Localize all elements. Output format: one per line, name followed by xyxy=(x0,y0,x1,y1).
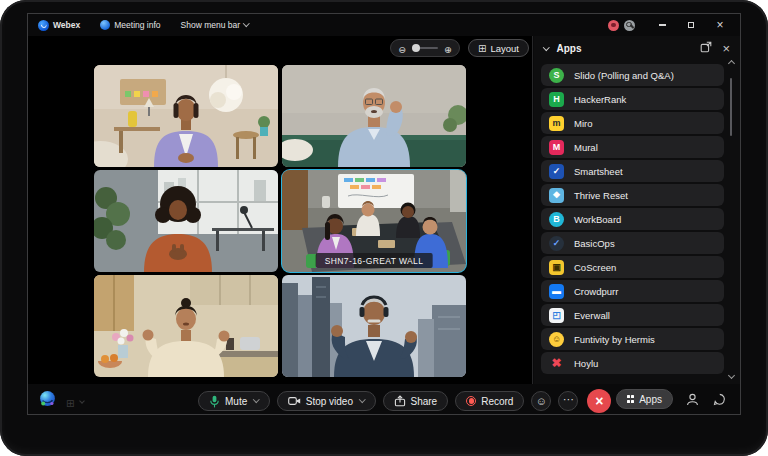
layout-button-label: Layout xyxy=(490,43,519,54)
close-window-button[interactable] xyxy=(708,14,732,36)
control-bar: Mute Stop video Share Record xyxy=(28,384,740,414)
titlebar-left: Webex Meeting info Show menu bar xyxy=(38,20,249,31)
zoom-slider[interactable] xyxy=(412,47,438,49)
dim-grid-icon xyxy=(66,393,74,411)
app-list-item[interactable]: ▬ Crowdpurr xyxy=(541,280,724,302)
apps-button-label: Apps xyxy=(639,394,662,405)
scroll-down-icon[interactable] xyxy=(728,372,735,379)
show-menu-bar-button[interactable]: Show menu bar xyxy=(181,20,249,30)
video-tile-participant-2[interactable] xyxy=(282,65,466,167)
video-tile-participant-3[interactable] xyxy=(94,170,278,272)
stop-video-button-label: Stop video xyxy=(306,396,353,407)
apps-panel-title: Apps xyxy=(557,43,582,54)
webex-logo-icon xyxy=(38,20,49,31)
app-list-item[interactable]: ☺ Funtivity by Hermis xyxy=(541,328,724,350)
zoom-out-icon[interactable] xyxy=(398,39,406,57)
chat-icon xyxy=(713,393,726,406)
participant-video xyxy=(94,275,278,377)
collapse-panel-chevron-icon[interactable] xyxy=(543,44,549,50)
mute-button-label: Mute xyxy=(225,396,247,407)
show-menu-bar-label: Show menu bar xyxy=(181,20,241,30)
titlebar: Webex Meeting info Show menu bar xyxy=(28,14,740,36)
brand-label: Webex xyxy=(53,20,80,30)
app-list-item[interactable]: ◰ Everwall xyxy=(541,304,724,326)
participant-video xyxy=(94,65,278,167)
more-options-button[interactable] xyxy=(558,391,578,411)
participants-icon xyxy=(686,393,699,406)
video-stage: Layout xyxy=(28,36,533,384)
record-button-label: Record xyxy=(481,396,513,407)
minimize-button[interactable] xyxy=(650,14,674,36)
hackerrank-icon: H xyxy=(549,92,564,107)
key-indicator-icon xyxy=(624,20,635,31)
chat-button[interactable] xyxy=(711,389,727,409)
apps-panel: Apps S Slido (Polling and Q&A) H HackerR… xyxy=(534,36,740,384)
app-list-item[interactable]: S Slido (Polling and Q&A) xyxy=(541,64,724,86)
zoom-in-icon[interactable] xyxy=(444,39,452,57)
reactions-button[interactable] xyxy=(531,391,551,411)
maximize-button[interactable] xyxy=(679,14,703,36)
coscreen-icon: ▣ xyxy=(549,260,564,275)
leave-meeting-button[interactable] xyxy=(587,389,611,413)
share-button[interactable]: Share xyxy=(383,391,449,411)
scrollbar-thumb[interactable] xyxy=(730,78,732,136)
app-list-item[interactable]: B WorkBoard xyxy=(541,208,724,230)
basicops-icon: ✓ xyxy=(549,236,564,251)
everwall-icon: ◰ xyxy=(549,308,564,323)
webex-brand: Webex xyxy=(38,20,80,31)
app-list-item[interactable]: H HackerRank xyxy=(541,88,724,110)
video-tile-participant-1[interactable] xyxy=(94,65,278,167)
participants-button[interactable] xyxy=(684,389,700,409)
layout-grid-icon xyxy=(478,43,486,54)
stage-controls: Layout xyxy=(390,39,529,57)
app-list-item[interactable]: M Mural xyxy=(541,136,724,158)
dim-chevron-icon xyxy=(80,398,86,404)
scroll-up-icon[interactable] xyxy=(728,60,735,67)
zoom-slider-knob[interactable] xyxy=(412,44,420,52)
video-grid: SHN7-16-GREAT WALL xyxy=(94,65,466,377)
funtivity-icon: ☺ xyxy=(549,332,564,347)
mute-button[interactable]: Mute xyxy=(198,391,270,411)
device-frame: Webex Meeting info Show menu bar xyxy=(0,0,768,456)
record-button[interactable]: Record xyxy=(455,391,524,411)
thrive-reset-icon: ❖ xyxy=(549,188,564,203)
hoylu-icon: ✖ xyxy=(549,356,564,371)
apps-button[interactable]: Apps xyxy=(616,389,673,409)
webex-meeting-window: Webex Meeting info Show menu bar xyxy=(27,13,741,415)
record-icon xyxy=(466,396,476,406)
video-tile-meeting-room[interactable]: SHN7-16-GREAT WALL xyxy=(282,170,466,272)
layout-button[interactable]: Layout xyxy=(468,39,529,57)
participant-video xyxy=(282,275,466,377)
chevron-down-icon xyxy=(253,396,259,402)
mural-icon: M xyxy=(549,140,564,155)
video-tile-participant-4[interactable] xyxy=(94,275,278,377)
smartsheet-icon: ✓ xyxy=(549,164,564,179)
titlebar-right xyxy=(608,14,732,36)
participant-video xyxy=(282,65,466,167)
app-list-item[interactable]: m Miro xyxy=(541,112,724,134)
apps-list: S Slido (Polling and Q&A) H HackerRank m… xyxy=(541,64,724,374)
app-list-item[interactable]: ▣ CoScreen xyxy=(541,256,724,278)
participant-video xyxy=(94,170,278,272)
close-panel-icon[interactable] xyxy=(722,39,730,57)
share-button-label: Share xyxy=(411,396,438,407)
chevron-down-icon xyxy=(243,20,249,26)
share-icon xyxy=(394,395,406,407)
app-list-item[interactable]: ✓ Smartsheet xyxy=(541,160,724,182)
app-list-item[interactable]: ✖ Hoylu xyxy=(541,352,724,374)
recording-indicator-icon xyxy=(608,20,619,31)
video-tile-participant-5[interactable] xyxy=(282,275,466,377)
meeting-info-button[interactable]: Meeting info xyxy=(100,20,160,30)
stop-video-button[interactable]: Stop video xyxy=(277,391,376,411)
apps-grid-icon xyxy=(627,395,634,402)
workboard-icon: B xyxy=(549,212,564,227)
app-list-item[interactable]: ✓ BasicOps xyxy=(541,232,724,254)
microphone-icon xyxy=(209,395,220,408)
dimmed-layout-control xyxy=(66,393,84,411)
app-list-item[interactable]: ❖ Thrive Reset xyxy=(541,184,724,206)
room-name-label: SHN7-16-GREAT WALL xyxy=(316,253,433,268)
grid-zoom-control[interactable] xyxy=(390,39,460,57)
popout-panel-icon[interactable] xyxy=(700,39,712,57)
apps-panel-actions xyxy=(700,39,730,57)
meeting-info-label: Meeting info xyxy=(114,20,160,30)
